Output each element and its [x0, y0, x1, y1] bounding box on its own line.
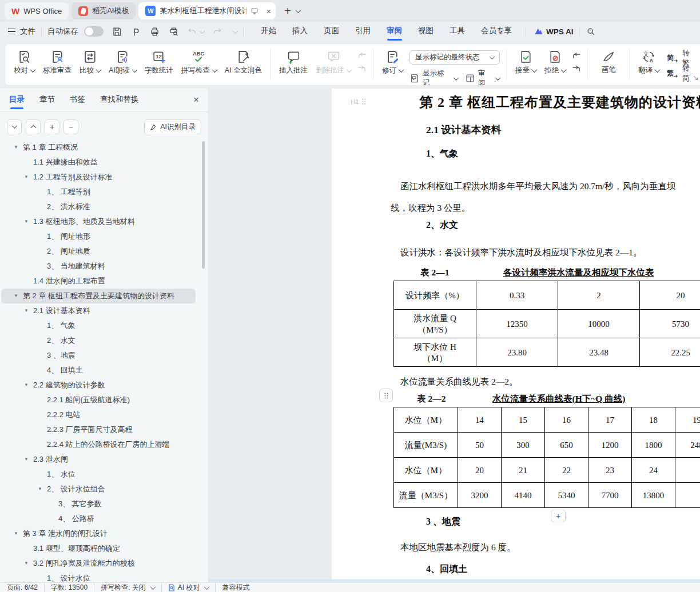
collapse-arrow-icon[interactable]: ▼ — [24, 214, 29, 229]
toc-item[interactable]: 1、 水位 — [1, 467, 201, 482]
compare-button[interactable]: 比较 — [75, 47, 105, 77]
toc-item[interactable]: 2、 洪水标准 — [1, 199, 201, 214]
row-header-cell[interactable]: 水位（M） — [394, 458, 458, 483]
next-change-button[interactable] — [571, 64, 582, 74]
collapse-arrow-icon[interactable]: ▼ — [24, 556, 29, 571]
translate-button[interactable]: 文A 翻译 — [634, 47, 663, 77]
data-cell[interactable]: 50 — [458, 433, 502, 458]
toc-item[interactable]: 3.1 堰型、堰顶高程的确定 — [1, 541, 201, 556]
table-flood-frequency[interactable]: 设计频率（%）0.33220洪水流量 Q （M³/S）1235010000573… — [393, 281, 700, 367]
subheading-earthquake[interactable]: 3 、地震 — [426, 516, 460, 528]
collapse-arrow-icon[interactable]: ▼ — [38, 482, 42, 497]
tab-document-active[interactable]: W 某水利枢纽工程泄水闸设计 × — [138, 2, 276, 19]
data-cell[interactable]: 1800 — [632, 433, 675, 458]
toc-item[interactable]: 2、 水文 — [1, 333, 201, 348]
data-cell[interactable]: 21 — [502, 458, 545, 483]
table1-number[interactable]: 表 2—1 — [420, 267, 449, 279]
add-row-button[interactable]: + — [551, 510, 566, 522]
file-menu-button[interactable]: 文件 — [8, 26, 35, 37]
data-cell[interactable]: 24 — [632, 458, 675, 483]
to-simplified-button[interactable]: 繁 转简 — [667, 68, 690, 79]
toc-item[interactable]: 2.2.2 电站 — [1, 407, 201, 422]
toc-item[interactable]: 2.2.4 站上的公路桥设在厂房的上游端 — [1, 437, 201, 452]
data-cell[interactable]: 7700 — [588, 483, 632, 508]
ink-pen-button[interactable]: 画笔 — [592, 47, 625, 76]
print-icon[interactable] — [149, 26, 160, 37]
tab-wps-office[interactable]: W WPS Office — [5, 2, 69, 19]
save-icon[interactable] — [112, 26, 122, 37]
markup-state-dropdown[interactable]: 显示标记的最终状态 — [409, 50, 500, 65]
data-cell[interactable] — [675, 483, 700, 508]
drag-handle-icon[interactable] — [361, 98, 366, 105]
data-cell[interactable]: 20 — [458, 458, 502, 483]
ai-read-aloud-button[interactable]: AI朗读 — [105, 47, 141, 77]
table-drag-handle-button[interactable] — [379, 389, 393, 402]
toc-item[interactable]: ▼2.2 建筑物的设计参数 — [1, 378, 201, 393]
toc-item[interactable]: 1、 设计水位 — [1, 571, 201, 582]
ai-recognize-toc-button[interactable]: AI识别目录 — [144, 119, 201, 134]
track-changes-button[interactable]: 修订 — [378, 47, 407, 77]
data-cell[interactable]: 5730 — [640, 310, 700, 338]
show-markup-button[interactable]: 显示标记 — [409, 69, 458, 86]
toc-item[interactable]: ▼第 2 章 枢纽工程布置及主要建筑物的设计资料 — [1, 289, 196, 303]
menu-tab-引用[interactable]: 引用 — [347, 22, 379, 41]
data-cell[interactable]: 22 — [545, 458, 588, 483]
data-cell[interactable]: 19 — [675, 407, 700, 433]
collapse-arrow-icon[interactable]: ▼ — [14, 526, 18, 541]
toc-item[interactable]: ▼第 3 章 泄水闸的闸孔设计 — [1, 526, 201, 541]
spell-check-button[interactable]: ABC 拼写检查 — [177, 47, 221, 77]
table-stage-discharge[interactable]: 水位（M）141516171819流量(M3/S)503006501200180… — [393, 407, 700, 508]
tab-docer-templates[interactable]: 稻壳AI模板 — [71, 2, 136, 19]
row-header-cell[interactable]: 洪水流量 Q （M³/S） — [394, 310, 476, 338]
toc-item[interactable]: 3、 当地建筑材料 — [1, 259, 201, 274]
data-cell[interactable]: 18 — [632, 407, 675, 433]
export-pdf-icon[interactable] — [130, 26, 141, 37]
row-header-cell[interactable]: 坝下水位 H （M） — [394, 338, 476, 367]
data-cell[interactable]: 16 — [545, 407, 588, 433]
autosave-toggle[interactable] — [84, 26, 104, 37]
page-indicator[interactable]: 页面: 6/42 — [7, 583, 38, 592]
toc-item[interactable]: 1、 气象 — [1, 318, 201, 333]
zoom-in-outline-button[interactable]: + — [45, 119, 59, 134]
data-cell[interactable]: 14 — [458, 407, 502, 433]
menu-tab-审阅[interactable]: 审阅 — [379, 22, 410, 41]
data-cell[interactable]: 2 — [558, 281, 640, 310]
zoom-out-outline-button[interactable]: − — [63, 119, 78, 134]
data-cell[interactable]: 23 — [588, 458, 632, 483]
row-header-cell[interactable]: 流量（M3/S） — [394, 483, 458, 508]
heading-level-badge[interactable]: H1 — [351, 98, 366, 105]
data-cell[interactable]: 10000 — [558, 310, 640, 338]
word-count-indicator[interactable]: 字数: 13500 — [51, 583, 88, 592]
delete-comment-button[interactable]: 删除批注 — [312, 47, 355, 77]
data-cell[interactable]: 13800 — [632, 483, 675, 508]
accept-changes-button[interactable]: 接受 — [511, 47, 540, 77]
collapse-arrow-icon[interactable]: ▼ — [14, 140, 18, 155]
row-header-cell[interactable]: 流量(M3/S) — [394, 433, 458, 458]
sidebar-tab-书签[interactable]: 书签 — [70, 89, 85, 111]
data-cell[interactable]: 650 — [545, 433, 588, 458]
ai-polish-button[interactable]: AI 全文润色 — [221, 47, 266, 77]
chapter-heading[interactable]: 第 2 章 枢纽工程布置及主要建筑物的设计资料 — [419, 93, 700, 111]
standard-review-button[interactable]: 标准审查 — [39, 47, 75, 77]
subheading-hydrology[interactable]: 2、水文 — [426, 219, 458, 231]
sidebar-tab-章节[interactable]: 章节 — [39, 89, 55, 111]
toc-item[interactable]: 3、 其它参数 — [1, 497, 201, 511]
data-cell[interactable] — [675, 458, 700, 483]
data-cell[interactable]: 23.48 — [558, 338, 640, 367]
new-tab-button[interactable]: + — [284, 5, 291, 18]
collapse-arrow-icon[interactable]: ▼ — [24, 378, 29, 393]
menu-tab-开始[interactable]: 开始 — [253, 22, 284, 41]
toc-item[interactable]: 4、 回填土 — [1, 363, 201, 378]
tab-list-chevron-icon[interactable] — [295, 7, 301, 13]
toc-item[interactable]: 1.1 兴建缘由和效益 — [1, 155, 201, 170]
sidebar-tab-目录[interactable]: 目录 — [9, 89, 25, 111]
insert-comment-button[interactable]: 插入批注 — [275, 47, 312, 77]
collapse-arrow-icon[interactable]: ▼ — [24, 303, 29, 318]
data-cell[interactable]: 20 — [640, 281, 700, 310]
proofread-button[interactable]: 校对 — [10, 47, 39, 77]
data-cell[interactable]: 17 — [588, 407, 632, 433]
next-comment-button[interactable] — [356, 64, 368, 74]
reject-changes-button[interactable]: 拒绝 — [540, 47, 570, 77]
toc-item[interactable]: 1、 工程等别 — [1, 185, 201, 199]
previous-change-button[interactable] — [571, 51, 582, 61]
